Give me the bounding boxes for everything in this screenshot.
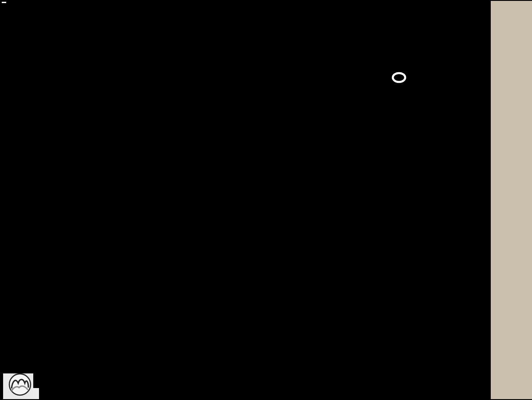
- copyright-bar: [33, 388, 39, 399]
- legend-panel: [490, 1, 532, 399]
- gust-map-svg: [1, 1, 490, 399]
- legend-colorbar: [491, 1, 532, 399]
- gust-regions: [1, 1, 490, 399]
- map-area: [1, 1, 490, 399]
- metmaps-logo: [3, 373, 33, 399]
- title-bar: [1, 1, 7, 4]
- weather-map-screenshot: [0, 0, 532, 400]
- metmaps-logo-svg: [3, 373, 33, 399]
